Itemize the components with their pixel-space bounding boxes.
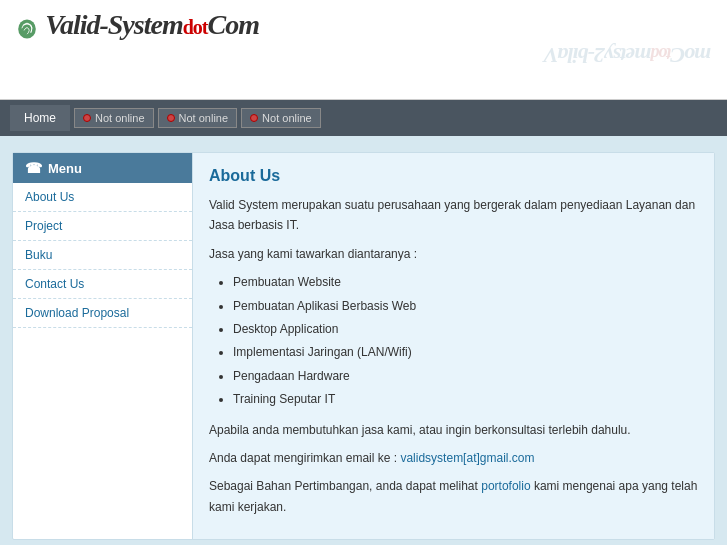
cta-text: Apabila anda membutuhkan jasa kami, atau…	[209, 420, 698, 440]
menu-header-label: Menu	[48, 161, 82, 176]
email-link[interactable]: validsystem[at]gmail.com	[400, 451, 534, 465]
home-nav-item[interactable]: Home	[10, 105, 70, 131]
portfolio-line: Sebagai Bahan Pertimbangan, anda dapat m…	[209, 476, 698, 517]
online-dot-1	[83, 114, 91, 122]
main-container: ☎ Menu About Us Project Buku Contact Us …	[12, 152, 715, 540]
portfolio-link[interactable]: portofolio	[481, 479, 530, 493]
online-label-2: Not online	[179, 112, 229, 124]
main-wrapper: ☎ Menu About Us Project Buku Contact Us …	[0, 136, 727, 545]
online-button-3[interactable]: Not online	[241, 108, 321, 128]
menu-icon: ☎	[25, 160, 42, 176]
online-dot-2	[167, 114, 175, 122]
service-item-5: Pengadaan Hardware	[233, 366, 698, 386]
online-button-2[interactable]: Not online	[158, 108, 238, 128]
content-title: About Us	[209, 167, 698, 185]
fingerprint-icon	[16, 18, 38, 40]
online-label-3: Not online	[262, 112, 312, 124]
header: Valid-SystemdotCom moCtodmetsy2-bilaV	[0, 0, 727, 100]
sidebar-item-buku[interactable]: Buku	[13, 241, 192, 270]
content-body: Valid System merupakan suatu perusahaan …	[209, 195, 698, 517]
services-list: Pembuatan Website Pembuatan Aplikasi Ber…	[233, 272, 698, 409]
email-prefix: Anda dapat mengirimkan email ke :	[209, 451, 400, 465]
sidebar-link-about[interactable]: About Us	[13, 183, 192, 211]
sidebar-link-contact[interactable]: Contact Us	[13, 270, 192, 298]
service-item-1: Pembuatan Website	[233, 272, 698, 292]
sidebar-link-buku[interactable]: Buku	[13, 241, 192, 269]
sidebar-nav: About Us Project Buku Contact Us Downloa…	[13, 183, 192, 328]
sidebar-item-project[interactable]: Project	[13, 212, 192, 241]
portfolio-prefix: Sebagai Bahan Pertimbangan, anda dapat m…	[209, 479, 481, 493]
email-line: Anda dapat mengirimkan email ke : valids…	[209, 448, 698, 468]
sidebar: ☎ Menu About Us Project Buku Contact Us …	[13, 153, 193, 539]
content-intro: Valid System merupakan suatu perusahaan …	[209, 195, 698, 236]
logo-area: Valid-SystemdotCom moCtodmetsy2-bilaV	[16, 10, 711, 66]
services-intro: Jasa yang kami tawarkan diantaranya :	[209, 244, 698, 264]
logo-text: Valid-SystemdotCom	[45, 9, 259, 40]
sidebar-item-contact[interactable]: Contact Us	[13, 270, 192, 299]
logo-reflection: moCtodmetsy2-bilaV	[16, 44, 711, 66]
sidebar-item-about[interactable]: About Us	[13, 183, 192, 212]
sidebar-link-download[interactable]: Download Proposal	[13, 299, 192, 327]
online-dot-3	[250, 114, 258, 122]
svg-point-0	[18, 19, 36, 38]
sidebar-item-download[interactable]: Download Proposal	[13, 299, 192, 328]
content-area: About Us Valid System merupakan suatu pe…	[193, 153, 714, 539]
service-item-4: Implementasi Jaringan (LAN/Wifi)	[233, 342, 698, 362]
sidebar-link-project[interactable]: Project	[13, 212, 192, 240]
service-item-6: Training Seputar IT	[233, 389, 698, 409]
online-button-1[interactable]: Not online	[74, 108, 154, 128]
menu-header: ☎ Menu	[13, 153, 192, 183]
online-label-1: Not online	[95, 112, 145, 124]
navbar: Home Not online Not online Not online	[0, 100, 727, 136]
service-item-2: Pembuatan Aplikasi Berbasis Web	[233, 296, 698, 316]
service-item-3: Desktop Application	[233, 319, 698, 339]
